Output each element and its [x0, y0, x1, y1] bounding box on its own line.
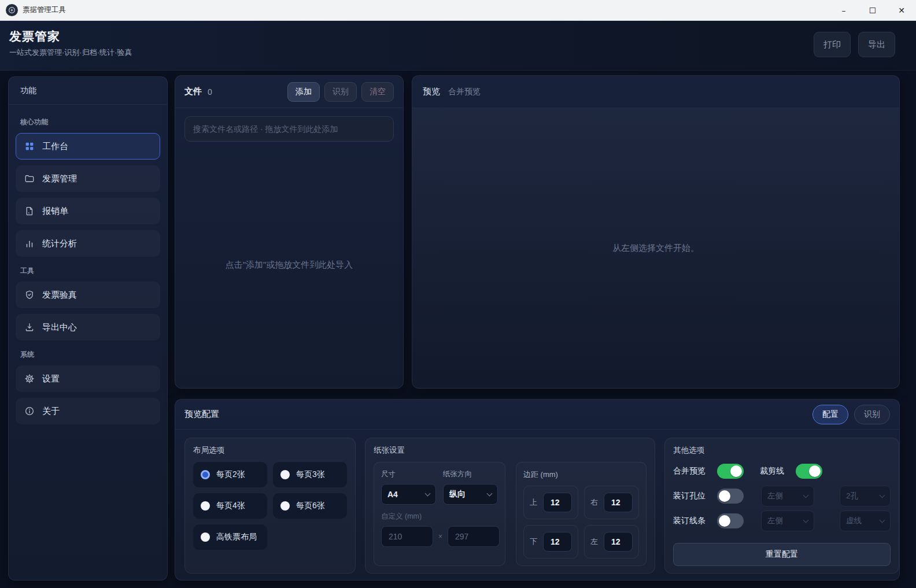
orientation-select[interactable]: 纵向: [443, 484, 498, 505]
sidebar-item-label: 导出中心: [42, 322, 77, 333]
radio-icon: [201, 501, 210, 511]
sidebar-section-core: 核心功能: [20, 117, 156, 127]
layout-option-label: 每页2张: [216, 469, 245, 480]
export-button[interactable]: 导出: [858, 32, 895, 57]
margin-right-label: 右: [590, 497, 598, 508]
sidebar: 功能 核心功能 工作台 发票管理 报销单: [8, 76, 168, 580]
sidebar-item-settings[interactable]: 设置: [16, 365, 160, 392]
tab-config[interactable]: 配置: [812, 405, 848, 424]
crop-line-toggle[interactable]: [796, 464, 822, 479]
tab-recognize[interactable]: 识别: [854, 405, 890, 424]
recognize-files-button[interactable]: 识别: [324, 82, 357, 102]
punch-side-select[interactable]: 左侧: [761, 486, 814, 506]
punch-holes-toggle[interactable]: [717, 489, 744, 504]
preview-mode-label: 合并预览: [448, 87, 481, 97]
app-header: 发票管家 一站式发票管理·识别·归档·统计·验真 打印 导出: [0, 21, 916, 71]
layout-options-card: 布局选项 每页2张 每页3张 每页4张 每页6张: [184, 438, 356, 574]
custom-size-label: 自定义 (mm): [381, 512, 498, 522]
preview-title: 预览: [423, 86, 440, 97]
layout-options-title: 布局选项: [193, 445, 347, 456]
shield-check-icon: [24, 290, 35, 300]
paper-settings-title: 纸张设置: [374, 445, 647, 456]
preview-empty-text: 从左侧选择文件开始。: [612, 243, 699, 254]
paper-settings-card: 纸张设置 尺寸 A4 纸张方向: [365, 438, 655, 574]
sidebar-item-invoice-verify[interactable]: 发票验真: [16, 282, 160, 308]
binding-line-toggle[interactable]: [717, 513, 744, 528]
maximize-button[interactable]: ☐: [858, 0, 887, 20]
layout-option-2-per-page[interactable]: 每页2张: [193, 462, 267, 487]
custom-width-input[interactable]: [381, 526, 433, 547]
close-button[interactable]: ✕: [887, 0, 916, 20]
files-count: 0: [208, 87, 212, 97]
add-files-button[interactable]: 添加: [287, 82, 320, 102]
preview-canvas: 从左侧选择文件开始。: [412, 108, 899, 388]
sidebar-item-label: 发票验真: [42, 290, 77, 301]
punch-type-value: 2孔: [846, 491, 858, 501]
reset-config-button[interactable]: 重置配置: [673, 543, 891, 566]
files-dropzone[interactable]: 点击"添加"或拖放文件到此处导入: [175, 142, 403, 388]
sidebar-section-tools: 工具: [20, 266, 156, 276]
chevron-down-icon: [425, 490, 431, 496]
margin-bottom-input[interactable]: [543, 532, 572, 552]
merge-preview-toggle[interactable]: [717, 464, 744, 479]
sidebar-item-label: 发票管理: [42, 173, 77, 184]
sidebar-item-label: 报销单: [42, 206, 68, 217]
binding-line-label: 装订线条: [673, 516, 717, 526]
layout-option-label: 每页3张: [296, 469, 325, 480]
punch-holes-label: 装订孔位: [673, 491, 717, 501]
chevron-down-icon: [880, 492, 885, 498]
layout-option-6-per-page[interactable]: 每页6张: [273, 493, 347, 519]
binding-style-value: 虚线: [846, 516, 862, 526]
margins-title: 边距 (mm): [523, 469, 639, 480]
toggle-knob: [719, 515, 730, 527]
sidebar-item-statistics[interactable]: 统计分析: [16, 230, 160, 257]
layout-option-label: 高铁票布局: [216, 532, 257, 542]
custom-height-input[interactable]: [448, 526, 500, 547]
layout-option-label: 每页6张: [296, 501, 325, 511]
sidebar-item-label: 关于: [42, 406, 60, 417]
margin-left-input[interactable]: [604, 532, 633, 552]
bar-chart-icon: [24, 238, 35, 249]
binding-side-value: 左侧: [767, 516, 783, 526]
preview-panel: 预览 合并预览 从左侧选择文件开始。: [412, 75, 900, 389]
toggle-knob: [719, 490, 730, 502]
layout-option-3-per-page[interactable]: 每页3张: [273, 462, 347, 487]
size-select[interactable]: A4: [381, 484, 436, 505]
punch-type-select[interactable]: 2孔: [840, 486, 891, 506]
file-search-input[interactable]: [193, 124, 385, 134]
orientation-label: 纸张方向: [443, 469, 498, 479]
titlebar: 票据管理工具 – ☐ ✕: [0, 0, 916, 21]
margin-right-input[interactable]: [604, 493, 633, 512]
files-title: 文件: [184, 86, 202, 97]
sidebar-item-label: 工作台: [42, 141, 68, 152]
layout-option-4-per-page[interactable]: 每页4张: [193, 493, 267, 519]
sidebar-item-workbench[interactable]: 工作台: [16, 133, 160, 160]
files-empty-text: 点击"添加"或拖放文件到此处导入: [226, 260, 353, 271]
chevron-down-icon: [803, 517, 809, 523]
file-search-box: [184, 116, 394, 142]
paper-size-box: 尺寸 A4 纸张方向 纵向: [374, 462, 505, 566]
clear-files-button[interactable]: 清空: [361, 82, 394, 102]
sidebar-item-about[interactable]: 关于: [16, 398, 160, 424]
chevron-down-icon: [880, 517, 885, 523]
sidebar-item-reimbursement[interactable]: 报销单: [16, 198, 160, 224]
print-button[interactable]: 打印: [814, 32, 851, 57]
layout-option-train-ticket[interactable]: 高铁票布局: [193, 524, 267, 550]
margin-right-cell: 右: [584, 486, 639, 519]
binding-style-select[interactable]: 虚线: [840, 511, 891, 531]
margins-box: 边距 (mm) 上 右 下: [516, 462, 647, 566]
other-options-title: 其他选项: [673, 445, 891, 456]
page-subtitle: 一站式发票管理·识别·归档·统计·验真: [9, 47, 132, 58]
sidebar-item-export-center[interactable]: 导出中心: [16, 314, 160, 341]
toggle-knob: [809, 465, 821, 477]
margin-top-input[interactable]: [543, 493, 572, 512]
merge-preview-label: 合并预览: [673, 466, 717, 476]
sidebar-item-invoice-management[interactable]: 发票管理: [16, 165, 160, 192]
sidebar-title: 功能: [9, 77, 167, 105]
multiply-sign: ×: [438, 532, 442, 541]
punch-side-value: 左侧: [767, 491, 783, 501]
binding-side-select[interactable]: 左侧: [761, 511, 814, 531]
other-options-card: 其他选项 合并预览 裁剪线 装订孔位 左侧 2孔: [664, 438, 899, 574]
minimize-button[interactable]: –: [829, 0, 858, 20]
toggle-knob: [730, 465, 742, 477]
